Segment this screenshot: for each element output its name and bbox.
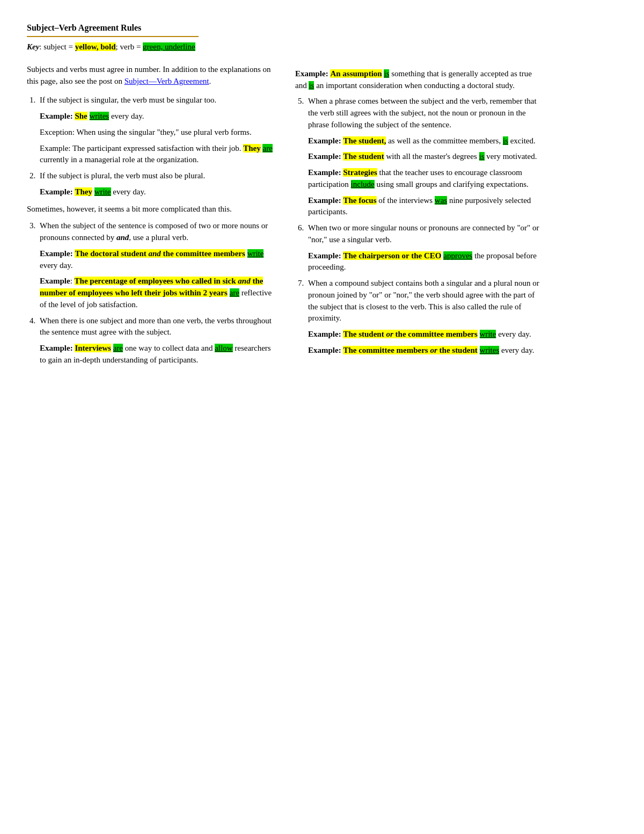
example-5a-rest: excited. [510,136,536,145]
example-5a-mid: as well as the committee members, [388,136,503,145]
example-3b-colon: : [70,277,75,285]
verb-is-2: is [309,81,314,90]
rule-3-example-2: Example: The percentage of employees who… [40,275,274,310]
rule-2: If the subject is plural, the verb must … [38,170,274,198]
sometimes-text: Sometimes, however, it seems a bit more … [27,204,274,215]
example-3a-rest: every day. [40,261,73,270]
subject-chairperson: The chairperson or the CEO [343,251,441,260]
and-connector-1: and [149,249,161,258]
title-divider [27,36,199,37]
and-connector-2: and [238,277,250,285]
subject-they-2: They [75,187,92,196]
example-5b-mid: with all the master's degrees [386,152,479,161]
subject-interviews: Interviews [75,344,111,352]
example-label-2: Example: [40,187,73,196]
rule-5-text: When a phrase comes between the subject … [308,97,537,129]
rule-5-example-1: Example: The student, as well as the com… [308,135,542,147]
subject-student-or-2: the student [437,346,478,354]
verb-include: include [351,180,375,188]
right-rules-list: When a phrase comes between the subject … [306,96,542,356]
subject-they-1: They [243,144,261,153]
example-label-5d: Example: [308,196,341,205]
rules-list-2: When the subject of the sentence is comp… [38,220,274,366]
example-5d-mid: of the interviews [378,196,435,205]
example-label-5a: Example: [308,136,341,145]
example-7b-rest: every day. [501,346,535,354]
example-label-7b: Example: [308,346,341,354]
intro-text: Subjects and verbs must agree in number.… [27,64,274,88]
rule-5-example-2: Example: The student with all the master… [308,151,542,163]
verb-are-2: are [230,288,239,297]
rule-6-text: When two or more singular nouns or prono… [308,223,539,244]
verb-are-1: are [262,144,272,153]
top-example-rest: an important consideration when conducti… [316,81,515,90]
verb-allow: allow [215,344,232,352]
example-label-4: Example: [40,344,73,352]
verb-write-2: write [247,249,264,258]
rule-7-example-2: Example: The committee members or the st… [308,345,542,357]
rule-1-example-1: Example: She writes every day. [40,111,274,122]
rule-6-example: Example: The chairperson or the CEO appr… [308,250,542,274]
rule-1: If the subject is singular, the verb mus… [38,95,274,166]
subject-student-or-1: The student [343,330,386,338]
or-connector-1: or [386,330,393,338]
exception-text: Exception: When using the singular "they… [40,127,274,139]
subject-doctoral: The doctoral student [75,249,148,258]
subject-student-1: The student, [343,136,386,145]
rule-5-example-3: Example: Strategies that the teacher use… [308,167,542,191]
verb-writes-2: writes [480,346,500,354]
page-title: Subject–Verb Agreement Rules [27,21,617,34]
rule-3-example-1: Example: The doctoral student and the co… [40,248,274,272]
rule-2-text: If the subject is plural, the verb must … [40,171,205,180]
right-top-example: Example: An assumption is something that… [295,68,542,92]
verb-writes: writes [90,112,109,120]
verb-is-3: is [503,136,508,145]
rule-3-text: When the subject of the sentence is comp… [40,221,268,242]
right-column: Example: An assumption is something that… [295,64,542,372]
verb-is-4: is [479,152,485,161]
rule-7-text: When a compound subject contains both a … [308,279,539,322]
subject-committee-or-1: the committee members [393,330,478,338]
two-column-layout: Subjects and verbs must agree in number.… [27,64,617,372]
example-label-7a: Example: [308,330,341,338]
example-label-5b: Example: [308,152,341,161]
example-2b-rest: every day. [113,187,146,196]
example-label-6: Example: [308,251,341,260]
rule-6: When two or more singular nouns or prono… [306,222,542,273]
verb-write-1: write [94,187,111,196]
example-label-top: Example: [295,69,328,78]
example-5c-rest: using small groups and clarifying expect… [376,180,528,188]
rule-1-text: If the subject is singular, the verb mus… [40,96,216,104]
subject-assumption: An assumption [330,69,382,78]
subject-verb-link[interactable]: Subject—Verb Agreement [125,77,209,85]
rule-2-example: Example: They write every day. [40,186,274,198]
subject-committee-or-2: The committee members [343,346,430,354]
rule-7: When a compound subject contains both a … [306,278,542,357]
example-label-3b: Example [40,277,70,285]
example-5b-rest: very motivated. [486,152,537,161]
verb-approves: approves [443,251,472,260]
rule-4: When there is one subject and more than … [38,315,274,366]
rule-5-example-4: Example: The focus of the interviews was… [308,195,542,219]
subject-focus: The focus [343,196,376,205]
rule-5: When a phrase comes between the subject … [306,96,542,218]
example-2-rest: currently in a managerial role at the or… [40,155,199,164]
example-7a-rest: every day. [498,330,531,338]
key-label: Key [27,42,39,51]
rule-7-example-1: Example: The student or the committee me… [308,329,542,340]
rule-1-example-2: Example: The participant expressed satis… [40,143,274,166]
subject-strategies: Strategies [343,168,377,177]
verb-highlight: green, underline [143,42,195,51]
rule-4-example: Example: Interviews are one way to colle… [40,343,274,366]
subject-committee: the committee members [161,249,245,258]
subject-highlight: yellow, bold [75,42,116,51]
subject-percentage: The percentage of employees who called i… [75,277,238,285]
example-label-3a: Example: [40,249,73,258]
rule-4-text: When there is one subject and more than … [40,316,272,337]
rule-3: When the subject of the sentence is comp… [38,220,274,310]
verb-was: was [435,196,447,205]
verb-are-3: are [113,344,123,352]
key-line: Key: subject = yellow, bold; verb = gree… [27,41,617,53]
verb-write-3: write [480,330,496,338]
subject-she: She [75,112,87,120]
